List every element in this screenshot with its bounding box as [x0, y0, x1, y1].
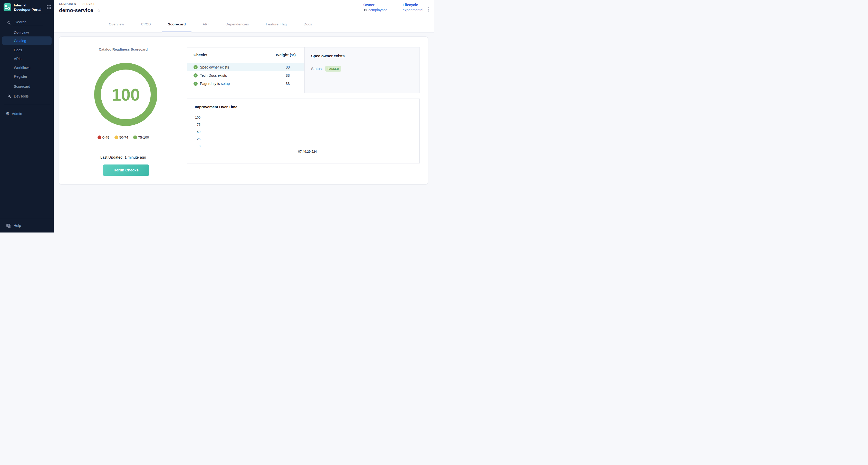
legend-dot-green: [133, 135, 137, 140]
y-axis-tick: 25: [190, 137, 200, 141]
score-gauge: 100: [94, 62, 158, 126]
tab-feature-flag[interactable]: Feature Flag: [263, 16, 289, 32]
entity-tabs: Overview CI/CD Scorecard API Dependencie…: [54, 16, 434, 33]
people-icon: [364, 8, 367, 11]
legend-item-mid: 50-74: [115, 135, 128, 140]
y-axis-tick: 0: [190, 145, 200, 148]
sidebar-item-apis[interactable]: APIs: [0, 55, 54, 63]
tab-api[interactable]: API: [200, 16, 211, 32]
legend-item-low: 0-49: [97, 135, 109, 140]
x-axis-tick: 07:49:29.224: [298, 150, 317, 153]
sidebar-item-label: Register: [14, 74, 27, 79]
search-icon: [7, 21, 11, 25]
score-value: 100: [112, 85, 140, 104]
portal-title: Internal Developer Portal: [14, 3, 42, 12]
lifecycle-block: Lifecycle experimental: [403, 3, 423, 12]
page-title: demo-service: [59, 7, 93, 13]
weight-column-header: Weight (%): [276, 53, 296, 57]
last-updated-text: Last Updated: 1 minute ago: [59, 155, 187, 159]
check-detail-title: Spec owner exists: [311, 54, 345, 58]
check-passed-icon: ✓: [193, 73, 197, 78]
check-passed-icon: ✓: [193, 65, 197, 69]
sidebar-item-label: Docs: [14, 48, 22, 52]
legend-dot-amber: [115, 135, 118, 140]
tab-docs[interactable]: Docs: [301, 16, 314, 32]
sidebar-item-register[interactable]: Register: [0, 73, 54, 80]
portal-logo-icon: [4, 3, 11, 11]
owner-block: Owner ccmplayacc: [364, 3, 387, 12]
status-label: Status:: [311, 67, 322, 71]
sidebar-item-workflows[interactable]: Workflows: [0, 64, 54, 71]
owner-label[interactable]: Owner: [364, 3, 387, 7]
legend-dot-red: [97, 135, 101, 140]
legend-item-high: 75-100: [133, 135, 149, 140]
y-axis-tick: 75: [190, 123, 200, 126]
sidebar-item-label: DevTools: [14, 94, 29, 98]
scorecard-title: Catalog Readiness Scorecard: [59, 48, 187, 51]
breadcrumb: COMPONENT — SERVICE: [59, 2, 95, 5]
check-row-pagerduty[interactable]: ✓ Pagerduty is setup 33: [187, 80, 304, 88]
sidebar-item-overview[interactable]: Overview: [0, 29, 54, 36]
sidebar: Internal Developer Portal Overview Catal…: [0, 0, 54, 232]
sidebar-item-label: Scorecard: [14, 85, 30, 89]
content-area: Catalog Readiness Scorecard 100 0-49: [54, 33, 434, 232]
app-window: Internal Developer Portal Overview Catal…: [0, 0, 434, 232]
sidebar-item-devtools[interactable]: DevTools: [0, 92, 54, 100]
favorite-star-icon[interactable]: ☆: [96, 8, 101, 13]
wrench-icon: [8, 94, 11, 98]
checks-table-header: Checks Weight (%): [187, 48, 304, 57]
tab-overview[interactable]: Overview: [106, 16, 127, 32]
sidebar-divider: [11, 81, 40, 81]
sidebar-item-label: Workflows: [14, 66, 30, 70]
rerun-checks-button[interactable]: Rerun Checks: [103, 164, 149, 176]
check-row-tech-docs[interactable]: ✓ Tech Docs exists 33: [187, 71, 304, 80]
sidebar-item-label: Overview: [14, 31, 29, 35]
apps-grid-icon[interactable]: [47, 5, 51, 9]
improvement-chart-panel: Improvement Over Time 100 75 50 25 0 07:…: [187, 98, 420, 163]
more-options-icon[interactable]: [428, 6, 430, 12]
sidebar-item-label: APIs: [14, 57, 22, 61]
sidebar-item-label: Catalog: [14, 39, 26, 43]
logo-row: Internal Developer Portal: [4, 3, 51, 12]
tab-scorecard[interactable]: Scorecard: [165, 16, 188, 32]
chart-title: Improvement Over Time: [195, 105, 238, 109]
gauge-section: Catalog Readiness Scorecard 100 0-49: [59, 37, 187, 185]
entity-header: COMPONENT — SERVICE demo-service ☆ Owner…: [54, 0, 434, 16]
status-badge: PASSED: [325, 66, 341, 71]
sidebar-divider: [0, 219, 54, 219]
sidebar-item-help[interactable]: ? Help: [0, 221, 54, 230]
checks-panel: Checks Weight (%) ✓ Spec owner exists 33…: [187, 47, 305, 93]
search-input[interactable]: [12, 20, 43, 26]
check-detail-panel: Spec owner exists Status: PASSED: [305, 47, 420, 93]
scorecard-card: Catalog Readiness Scorecard 100 0-49: [59, 36, 428, 185]
owner-link[interactable]: ccmplayacc: [364, 8, 387, 12]
sidebar-item-scorecard[interactable]: Scorecard: [0, 83, 54, 90]
checks-column-header: Checks: [193, 53, 207, 57]
sidebar-item-docs[interactable]: Docs: [0, 46, 54, 54]
main-area: COMPONENT — SERVICE demo-service ☆ Owner…: [54, 0, 434, 232]
check-row-spec-owner[interactable]: ✓ Spec owner exists 33: [187, 63, 304, 71]
y-axis-tick: 100: [190, 116, 200, 119]
tab-dependencies[interactable]: Dependencies: [223, 16, 251, 32]
sidebar-item-catalog[interactable]: Catalog: [2, 36, 52, 45]
sidebar-item-label: Help: [13, 223, 21, 228]
lifecycle-value[interactable]: experimental: [403, 8, 423, 12]
help-chat-icon: ?: [6, 224, 11, 228]
sidebar-item-admin[interactable]: ⚙ Admin: [0, 110, 54, 118]
sidebar-item-label: Admin: [12, 112, 22, 116]
lifecycle-label[interactable]: Lifecycle: [403, 3, 423, 7]
sidebar-accent-divider: [0, 14, 54, 14]
sidebar-search: [7, 20, 49, 26]
score-legend: 0-49 50-74 75-100: [59, 135, 187, 140]
tab-cicd[interactable]: CI/CD: [138, 16, 153, 32]
check-passed-icon: ✓: [193, 82, 197, 86]
gear-icon: ⚙: [6, 112, 9, 116]
y-axis-tick: 50: [190, 130, 200, 134]
